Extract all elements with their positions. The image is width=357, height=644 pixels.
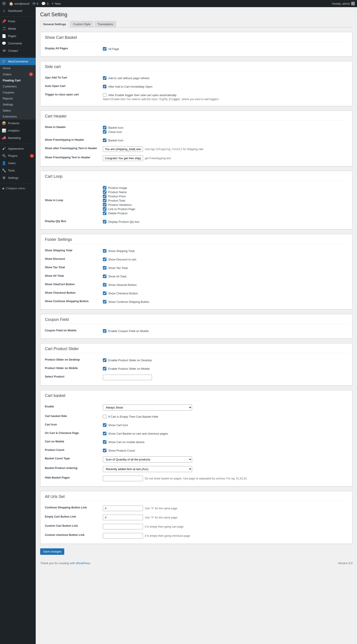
sub-settings[interactable]: Settings <box>0 102 36 108</box>
menu-posts[interactable]: 📌Posts <box>0 18 36 25</box>
sub-customers[interactable]: Customers <box>0 84 36 90</box>
chk-product-total[interactable] <box>103 199 106 202</box>
chk-freeship-basket[interactable] <box>103 138 106 142</box>
chk-viewcart[interactable] <box>103 283 106 286</box>
menu-comments[interactable]: 💬Comments <box>0 40 36 47</box>
chk-trigger[interactable] <box>103 93 106 97</box>
chk-cart-icon[interactable] <box>103 423 106 427</box>
menu-plugins[interactable]: 🔌Plugins1 <box>0 152 36 160</box>
tab-general[interactable]: General Settings <box>40 21 69 28</box>
chk-product-variations[interactable] <box>103 203 106 206</box>
menu-products[interactable]: 📦Products <box>0 120 36 127</box>
chk-on-cart-checkout[interactable] <box>103 432 106 435</box>
marketing-icon: 📣 <box>2 136 6 140</box>
menu-pages[interactable]: 📄Pages <box>0 32 36 40</box>
tabs: General Settings Custom Style Translatio… <box>40 21 352 28</box>
sub-orders[interactable]: Orders1 <box>0 71 36 78</box>
chk-cart-mobile[interactable] <box>103 440 106 444</box>
save-button[interactable]: Save changes <box>40 548 64 555</box>
version-text: Version 6.0 <box>338 562 352 565</box>
select-enable[interactable]: Always Show <box>103 404 192 410</box>
label-slider-desktop: Product Slider on Desktop <box>45 358 103 361</box>
chk-tax-total[interactable] <box>103 266 106 270</box>
chk-auto-open[interactable] <box>103 85 106 88</box>
sub-floating-cart[interactable]: Floating Cart <box>0 78 36 84</box>
tab-translations[interactable]: Translations <box>95 21 116 27</box>
chk-discount[interactable] <box>103 258 106 261</box>
chk-all-total[interactable] <box>103 274 106 278</box>
chk-continue-shopping[interactable] <box>103 300 106 304</box>
chk-ajax-add[interactable] <box>103 76 106 80</box>
input-empty-link[interactable] <box>103 515 143 520</box>
section-heading: All Urls Set <box>45 491 348 501</box>
chk-slider-mobile[interactable] <box>103 367 106 370</box>
chk-link-product[interactable] <box>103 207 106 211</box>
chk-coupon-mobile[interactable] <box>103 329 106 333</box>
menu-woocommerce[interactable]: 🛒WooCommerce <box>0 58 36 65</box>
select-ordering[interactable]: Recently added item at last (Asc) <box>103 466 192 472</box>
chk-basket-hide[interactable] <box>103 415 106 418</box>
chk-product-count[interactable] <box>103 449 106 452</box>
menu-tools[interactable]: 🔧Tools <box>0 167 36 174</box>
label-hide-pages: Hide Basket Pages <box>45 476 103 479</box>
chk-close-icon[interactable] <box>103 130 106 134</box>
chk-delete-product[interactable] <box>103 212 106 215</box>
chk-slider-desktop[interactable] <box>103 358 106 362</box>
input-freeship-text[interactable] <box>103 156 143 161</box>
menu-users[interactable]: 👤Users <box>0 160 36 167</box>
updates-link[interactable]: ⟳6 <box>33 2 38 6</box>
mail-icon: ✉ <box>2 48 6 53</box>
menu-marketing[interactable]: 📣Marketing <box>0 134 36 142</box>
site-link[interactable]: 🏠wordpress4 <box>9 2 30 6</box>
label-custom-checkout-link: Custom checkout Button Link <box>45 533 103 536</box>
chk-checkout[interactable] <box>103 292 106 295</box>
orders-badge: 1 <box>29 72 33 76</box>
input-continue-link[interactable] <box>103 506 143 511</box>
page-icon: 📄 <box>2 34 6 38</box>
collapse-menu[interactable]: ◀Collapse menu <box>0 185 36 192</box>
sub-status[interactable]: Status <box>0 108 36 114</box>
chk-product-name[interactable] <box>103 190 106 194</box>
menu-media[interactable]: 🎵Media <box>0 25 36 32</box>
menu-contact[interactable]: ✉Contact <box>0 47 36 54</box>
sub-home[interactable]: Home <box>0 65 36 71</box>
sub-reports[interactable]: Reports <box>0 96 36 102</box>
input-select-product[interactable] <box>103 375 152 380</box>
section-footer-settings: Footer Settings Show Shipping TotalShow … <box>40 234 352 310</box>
tab-custom-style[interactable]: Custom Style <box>70 21 93 27</box>
menu-settings[interactable]: ⚙Settings <box>0 174 36 182</box>
section-heading: Coupon Field <box>45 314 348 324</box>
label-cart-icon: Cart Icon <box>45 422 103 426</box>
chk-product-price[interactable] <box>103 194 106 198</box>
input-hide-pages[interactable] <box>103 476 143 481</box>
section-cart-basket: Cart basket EnableAlways Show Cart baske… <box>40 390 352 486</box>
admin-bar: ⓦ 🏠wordpress4 ⟳6 💬0 +New Howdy, admin <box>0 0 357 7</box>
sub-extensions[interactable]: Extensions <box>0 114 36 120</box>
media-icon: 🎵 <box>2 26 6 31</box>
menu-analytics[interactable]: 📊Analytics <box>0 127 36 134</box>
dashboard-icon: ⌂ <box>2 9 6 13</box>
chk-product-image[interactable] <box>103 186 106 190</box>
chk-basket-icon[interactable] <box>103 126 106 129</box>
chk-shipping-total[interactable] <box>103 249 106 253</box>
section-heading: Cart Loop <box>45 171 348 181</box>
sub-coupons[interactable]: Coupons <box>0 90 36 96</box>
input-custom-cart[interactable] <box>103 524 143 530</box>
chk-all-page[interactable] <box>103 47 106 50</box>
label-shipping-total: Show Shipping Total <box>45 248 103 252</box>
select-count-type[interactable]: Sum of Quantity of all the products <box>103 456 192 462</box>
comments-link[interactable]: 💬0 <box>41 2 49 6</box>
new-link[interactable]: +New <box>52 2 61 6</box>
wp-link[interactable]: WordPress <box>76 562 90 565</box>
comment-icon: 💬 <box>2 41 6 46</box>
input-custom-checkout[interactable] <box>103 533 143 538</box>
label-after-freeship-text: Show after Freeshipping Text in Header <box>45 146 103 150</box>
account-link[interactable]: Howdy, admin <box>332 2 355 5</box>
menu-dashboard[interactable]: ⌂Dashboard <box>0 7 36 14</box>
section-cart-loop: Cart Loop Show in Loop Product Image Pro… <box>40 171 352 230</box>
chk-qty-box[interactable] <box>103 220 106 224</box>
wp-logo[interactable]: ⓦ <box>2 1 6 6</box>
label-auto-open: Auto Open Cart <box>45 84 103 88</box>
menu-appearance[interactable]: 🖌Appearance <box>0 145 36 152</box>
input-after-freeship[interactable] <box>103 146 143 152</box>
